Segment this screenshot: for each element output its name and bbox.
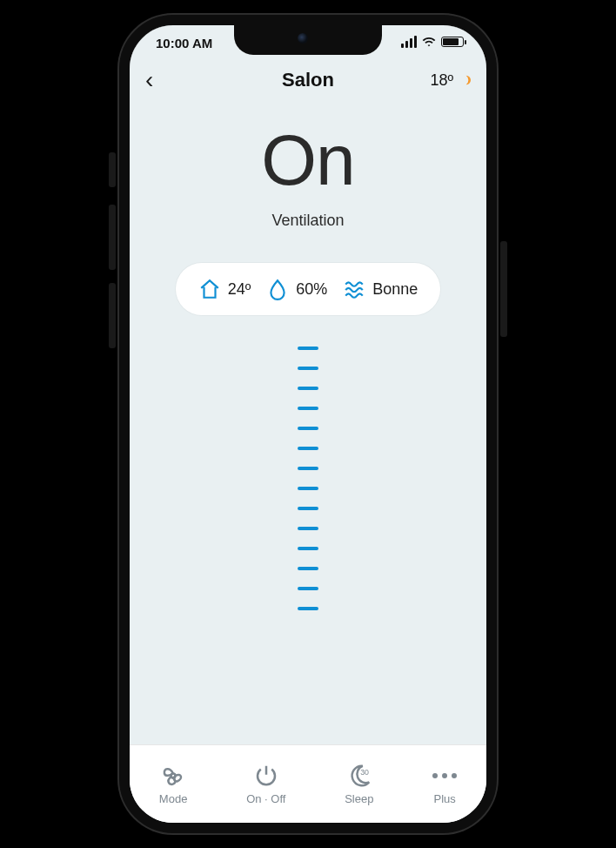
tick	[298, 507, 318, 510]
main-content: On Ventilation 24º 60%	[130, 100, 486, 744]
tick	[298, 407, 318, 410]
moon-icon: 30	[346, 763, 372, 789]
fan-icon	[160, 763, 186, 789]
status-time: 10:00 AM	[156, 36, 212, 50]
tick	[298, 387, 318, 390]
humidity: 60%	[266, 278, 327, 300]
battery-icon	[441, 37, 464, 47]
tick	[298, 447, 318, 450]
plus-button[interactable]: Plus	[432, 763, 457, 805]
onoff-button[interactable]: On · Off	[246, 763, 285, 805]
plus-label: Plus	[433, 792, 455, 805]
droplet-icon	[266, 278, 289, 300]
outside-temp-value: 18º	[430, 71, 453, 90]
wifi-icon	[422, 37, 436, 47]
tick	[298, 367, 318, 370]
sleep-label: Sleep	[345, 792, 373, 805]
more-icon	[432, 763, 457, 789]
svg-text:30: 30	[360, 768, 369, 777]
tick	[298, 467, 318, 470]
fan-speed-scale[interactable]	[298, 347, 318, 610]
home-icon	[198, 278, 221, 300]
tick	[298, 347, 318, 350]
outside-weather[interactable]: 18º	[430, 71, 471, 90]
power-state: On	[261, 125, 354, 196]
mode-subtitle: Ventilation	[271, 212, 344, 230]
indoor-temp: 24º	[198, 278, 251, 300]
air-quality-value: Bonne	[372, 280, 418, 299]
bottom-bar: Mode On · Off 30 Sleep Plus	[130, 744, 486, 823]
nav-header: ‹ Salon 18º	[130, 60, 486, 100]
tick	[298, 487, 318, 490]
mode-button[interactable]: Mode	[159, 763, 188, 805]
indoor-temp-value: 24º	[228, 280, 251, 299]
tick	[298, 527, 318, 530]
sun-icon	[457, 73, 471, 87]
sleep-button[interactable]: 30 Sleep	[345, 763, 373, 805]
tick	[298, 547, 318, 550]
tick	[298, 607, 318, 610]
air-quality: Bonne	[343, 278, 418, 300]
waves-icon	[343, 278, 365, 300]
tick	[298, 427, 318, 430]
tick	[298, 567, 318, 570]
tick	[298, 587, 318, 590]
readings-pill: 24º 60% Bonne	[176, 263, 441, 315]
humidity-value: 60%	[296, 280, 327, 299]
mode-label: Mode	[159, 792, 188, 805]
power-icon	[253, 763, 279, 789]
onoff-label: On · Off	[246, 792, 285, 805]
cellular-icon	[401, 36, 417, 48]
